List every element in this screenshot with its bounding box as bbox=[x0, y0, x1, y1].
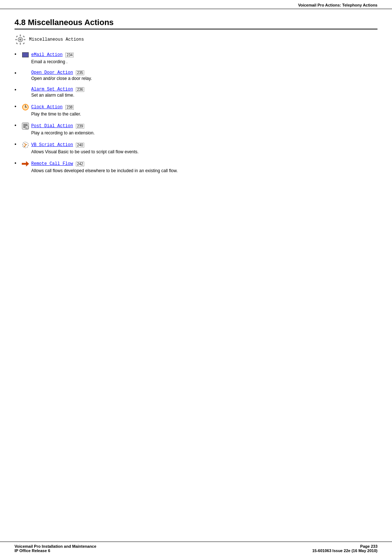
header-bar: Voicemail Pro Actions: Telephony Actions bbox=[0, 0, 392, 9]
footer-bar: Voicemail Pro Installation and Maintenan… bbox=[0, 542, 392, 555]
item-title-row: Clock Action238 bbox=[22, 104, 377, 111]
footer-left-line2: IP Office Release 6 bbox=[15, 548, 96, 553]
footer-left: Voicemail Pro Installation and Maintenan… bbox=[15, 544, 96, 553]
svg-rect-5 bbox=[24, 39, 25, 40]
item-title-row: E Post Dial Action239 bbox=[22, 122, 377, 130]
vb-script-action-page-ref: 240 bbox=[76, 143, 84, 147]
email-action-description: Email a recording . bbox=[31, 59, 377, 64]
svg-point-14 bbox=[25, 107, 26, 108]
section-title: 4.8 Miscellaneous Actions bbox=[15, 18, 377, 29]
list-item: Open Door Action235Open and/or close a d… bbox=[15, 70, 377, 81]
list-item: VB Script Action240Allows Visual Basic t… bbox=[15, 141, 377, 154]
list-item: eMail Action234Email a recording . bbox=[15, 51, 377, 64]
svg-point-22 bbox=[23, 142, 28, 148]
clock-action-link[interactable]: Clock Action bbox=[31, 105, 62, 110]
svg-rect-6 bbox=[16, 36, 18, 38]
list-item: E Post Dial Action239Play a recording to… bbox=[15, 122, 377, 135]
header-title: Voicemail Pro Actions: Telephony Actions bbox=[298, 3, 377, 7]
item-title-row: Alarm Set Action236 bbox=[22, 87, 377, 92]
item-title-row: VB Script Action240 bbox=[22, 141, 377, 149]
svg-rect-3 bbox=[20, 43, 21, 45]
miscellaneous-icon bbox=[15, 34, 26, 45]
email-action-link[interactable]: eMail Action bbox=[31, 52, 62, 57]
email-icon bbox=[22, 51, 29, 58]
footer-page: Page 233 bbox=[312, 544, 377, 548]
arrow-icon bbox=[22, 160, 29, 167]
items-list: eMail Action234Email a recording .Open D… bbox=[15, 51, 377, 173]
svg-point-1 bbox=[19, 39, 21, 41]
open-door-action-description: Open and/or close a door relay. bbox=[31, 76, 377, 81]
vb-icon bbox=[22, 141, 29, 149]
remote-call-flow-link[interactable]: Remote Call Flow bbox=[31, 161, 73, 166]
clock-action-description: Play the time to the caller. bbox=[31, 112, 377, 117]
open-door-action-link[interactable]: Open Door Action bbox=[31, 70, 73, 75]
svg-rect-23 bbox=[22, 163, 26, 165]
vb-script-action-link[interactable]: VB Script Action bbox=[31, 142, 73, 147]
svg-text:E: E bbox=[26, 127, 28, 129]
vb-script-action-description: Allows Visual Basic to be used to script… bbox=[31, 149, 377, 154]
footer-issue: 15-601063 Issue 22e (16 May 2010) bbox=[312, 548, 377, 553]
svg-rect-2 bbox=[20, 35, 21, 36]
clock-action-page-ref: 238 bbox=[65, 105, 74, 110]
remote-call-flow-page-ref: 242 bbox=[76, 162, 84, 166]
remote-call-flow-description: Allows call flows developed elsewhere to… bbox=[31, 168, 377, 173]
footer-left-line1: Voicemail Pro Installation and Maintenan… bbox=[15, 544, 96, 548]
open-door-action-page-ref: 235 bbox=[76, 70, 84, 75]
section-icon-row: Miscellaneous Actions bbox=[15, 34, 377, 45]
svg-rect-7 bbox=[23, 36, 25, 38]
item-title-row: Remote Call Flow242 bbox=[22, 160, 377, 167]
email-action-page-ref: 234 bbox=[65, 53, 74, 57]
clock-icon bbox=[22, 104, 29, 111]
postdial-icon: E bbox=[22, 122, 29, 130]
list-item: Clock Action238Play the time to the call… bbox=[15, 104, 377, 117]
svg-rect-8 bbox=[16, 42, 18, 45]
list-item: Alarm Set Action236Set an alarm call tim… bbox=[15, 87, 377, 98]
post-dial-action-description: Play a recording to an extension. bbox=[31, 130, 377, 135]
item-title-row: eMail Action234 bbox=[22, 51, 377, 58]
footer-right: Page 233 15-601063 Issue 22e (16 May 201… bbox=[312, 544, 377, 553]
section-icon-label: Miscellaneous Actions bbox=[29, 37, 84, 42]
post-dial-action-page-ref: 239 bbox=[76, 124, 84, 129]
post-dial-action-link[interactable]: Post Dial Action bbox=[31, 123, 73, 129]
list-item: Remote Call Flow242Allows call flows dev… bbox=[15, 160, 377, 173]
item-title-row: Open Door Action235 bbox=[22, 70, 377, 75]
svg-marker-24 bbox=[26, 161, 29, 167]
content-area: 4.8 Miscellaneous Actions Miscellaneous … bbox=[0, 9, 392, 555]
alarm-set-action-description: Set an alarm call time. bbox=[31, 93, 377, 98]
page: Voicemail Pro Actions: Telephony Actions… bbox=[0, 0, 392, 555]
alarm-set-action-link[interactable]: Alarm Set Action bbox=[31, 87, 73, 92]
svg-rect-4 bbox=[15, 39, 17, 40]
alarm-set-action-page-ref: 236 bbox=[76, 87, 84, 92]
svg-rect-9 bbox=[23, 42, 25, 45]
